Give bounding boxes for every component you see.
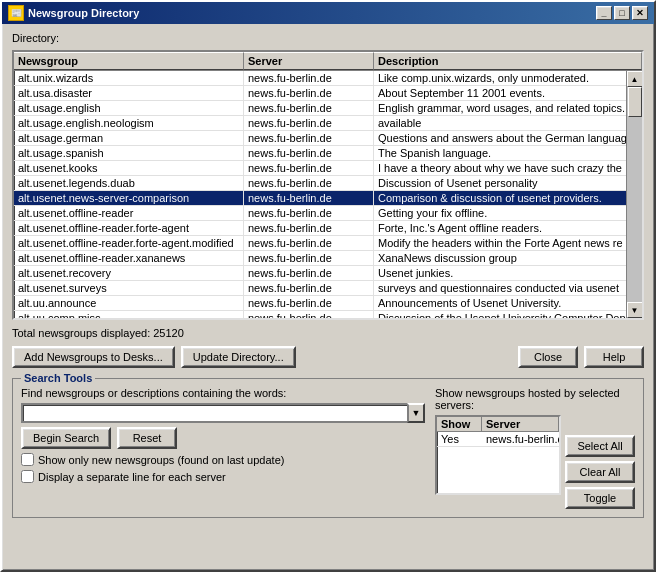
title-bar: 📰 Newsgroup Directory _ □ ✕ [2, 2, 654, 24]
window-title: Newsgroup Directory [28, 7, 139, 19]
cell-server: news.fu-berlin.de [244, 146, 374, 160]
table-row[interactable]: alt.usage.english.neologism news.fu-berl… [14, 116, 626, 131]
cell-server: news.fu-berlin.de [244, 176, 374, 190]
table-scrollbar[interactable]: ▲ ▼ [626, 71, 642, 318]
separate-line-checkbox-row: Display a separate line for each server [21, 470, 425, 483]
cell-description: Like comp.unix.wizards, only unmoderated… [374, 71, 626, 85]
cell-server: news.fu-berlin.de [244, 206, 374, 220]
search-buttons: Begin Search Reset [21, 427, 425, 449]
update-directory-button[interactable]: Update Directory... [181, 346, 296, 368]
server-col-show-header: Show [437, 417, 482, 431]
cell-server: news.fu-berlin.de [244, 116, 374, 130]
maximize-button[interactable]: □ [614, 6, 630, 20]
find-label: Find newsgroups or descriptions containi… [21, 387, 425, 399]
table-row[interactable]: alt.usage.german news.fu-berlin.de Quest… [14, 131, 626, 146]
table-body: alt.unix.wizards news.fu-berlin.de Like … [14, 71, 626, 318]
cell-description: Usenet junkies. [374, 266, 626, 280]
table-row[interactable]: alt.usenet.offline-reader.forte-agent.mo… [14, 236, 626, 251]
show-new-checkbox-row: Show only new newsgroups (found on last … [21, 453, 425, 466]
cell-description: About September 11 2001 events. [374, 86, 626, 100]
cell-description: Getting your fix offline. [374, 206, 626, 220]
cell-server: news.fu-berlin.de [244, 161, 374, 175]
dropdown-button[interactable]: ▼ [407, 403, 425, 423]
search-tools-inner: Find newsgroups or descriptions containi… [21, 387, 635, 509]
cell-description: available [374, 116, 626, 130]
cell-description: Modify the headers within the Forte Agen… [374, 236, 626, 250]
cell-newsgroup: alt.usenet.offline-reader.xananews [14, 251, 244, 265]
server-table: Show Server Yes news.fu-berlin.de [435, 415, 561, 495]
search-input[interactable] [21, 403, 407, 423]
close-window-button[interactable]: ✕ [632, 6, 648, 20]
clear-all-button[interactable]: Clear All [565, 461, 635, 483]
table-row[interactable]: alt.usenet.news-server-comparison news.f… [14, 191, 626, 206]
col-header-newsgroup: Newsgroup [14, 52, 244, 70]
cell-newsgroup: alt.usenet.kooks [14, 161, 244, 175]
add-newsgroups-button[interactable]: Add Newsgroups to Desks... [12, 346, 175, 368]
scroll-up-btn[interactable]: ▲ [627, 71, 643, 87]
cell-server: news.fu-berlin.de [244, 191, 374, 205]
show-new-checkbox[interactable] [21, 453, 34, 466]
reset-button[interactable]: Reset [117, 427, 177, 449]
server-table-row[interactable]: Yes news.fu-berlin.de [437, 432, 559, 447]
cell-show: Yes [437, 432, 482, 446]
cell-newsgroup: alt.usenet.legends.duab [14, 176, 244, 190]
cell-newsgroup: alt.uu.announce [14, 296, 244, 310]
total-label: Total newsgroups displayed: 25120 [12, 327, 644, 339]
help-button[interactable]: Help [584, 346, 644, 368]
cell-description: English grammar, word usages, and relate… [374, 101, 626, 115]
table-row[interactable]: alt.usenet.offline-reader.xananews news.… [14, 251, 626, 266]
cell-newsgroup: alt.usa.disaster [14, 86, 244, 100]
table-row[interactable]: alt.unix.wizards news.fu-berlin.de Like … [14, 71, 626, 86]
table-row[interactable]: alt.uu.announce news.fu-berlin.de Announ… [14, 296, 626, 311]
scroll-thumb[interactable] [628, 87, 642, 117]
scroll-track [627, 87, 643, 302]
minimize-button[interactable]: _ [596, 6, 612, 20]
action-button-row: Add Newsgroups to Desks... Update Direct… [12, 346, 644, 368]
table-row[interactable]: alt.usenet.surveys news.fu-berlin.de sur… [14, 281, 626, 296]
close-button[interactable]: Close [518, 346, 578, 368]
table-row[interactable]: alt.usenet.offline-reader news.fu-berlin… [14, 206, 626, 221]
server-section-label: Show newsgroups hosted by selected serve… [435, 387, 635, 411]
cell-server: news.fu-berlin.de [244, 296, 374, 310]
scroll-down-btn[interactable]: ▼ [627, 302, 643, 318]
cell-newsgroup: alt.usenet.recovery [14, 266, 244, 280]
cell-description: Announcements of Usenet University. [374, 296, 626, 310]
col-header-server: Server [244, 52, 374, 70]
col-header-description: Description [374, 52, 642, 70]
cell-description: Forte, Inc.'s Agent offline readers. [374, 221, 626, 235]
cell-server: news.fu-berlin.de [244, 131, 374, 145]
cell-server: news.fu-berlin.de [244, 311, 374, 318]
show-new-label: Show only new newsgroups (found on last … [38, 454, 284, 466]
table-row[interactable]: alt.usage.english news.fu-berlin.de Engl… [14, 101, 626, 116]
table-row[interactable]: alt.usenet.offline-reader.forte-agent ne… [14, 221, 626, 236]
separate-line-label: Display a separate line for each server [38, 471, 226, 483]
cell-newsgroup: alt.usenet.news-server-comparison [14, 191, 244, 205]
cell-server: news.fu-berlin.de [244, 221, 374, 235]
content-area: Directory: Newsgroup Server Description … [2, 24, 654, 570]
search-tools-label: Search Tools [21, 372, 95, 384]
cell-newsgroup: alt.usage.english [14, 101, 244, 115]
main-window: 📰 Newsgroup Directory _ □ ✕ Directory: N… [0, 0, 656, 572]
cell-description: Discussion of Usenet personality [374, 176, 626, 190]
table-row[interactable]: alt.usenet.recovery news.fu-berlin.de Us… [14, 266, 626, 281]
table-row[interactable]: alt.uu.comp.misc news.fu-berlin.de Discu… [14, 311, 626, 318]
separate-line-checkbox[interactable] [21, 470, 34, 483]
cell-server: news.fu-berlin.de [244, 71, 374, 85]
cell-description: surveys and questionnaires conducted via… [374, 281, 626, 295]
cell-newsgroup: alt.usage.german [14, 131, 244, 145]
cell-newsgroup: alt.usenet.surveys [14, 281, 244, 295]
cell-server: news.fu-berlin.de [244, 251, 374, 265]
table-row[interactable]: alt.usage.spanish news.fu-berlin.de The … [14, 146, 626, 161]
cell-newsgroup: alt.usenet.offline-reader.forte-agent.mo… [14, 236, 244, 250]
table-row[interactable]: alt.usenet.legends.duab news.fu-berlin.d… [14, 176, 626, 191]
table-row[interactable]: alt.usa.disaster news.fu-berlin.de About… [14, 86, 626, 101]
select-all-button[interactable]: Select All [565, 435, 635, 457]
begin-search-button[interactable]: Begin Search [21, 427, 111, 449]
table-row[interactable]: alt.usenet.kooks news.fu-berlin.de I hav… [14, 161, 626, 176]
search-left-panel: Find newsgroups or descriptions containi… [21, 387, 425, 509]
toggle-button[interactable]: Toggle [565, 487, 635, 509]
cell-description: I have a theory about why we have such c… [374, 161, 626, 175]
cell-newsgroup: alt.usage.spanish [14, 146, 244, 160]
cell-newsgroup: alt.usenet.offline-reader [14, 206, 244, 220]
cell-newsgroup: alt.unix.wizards [14, 71, 244, 85]
